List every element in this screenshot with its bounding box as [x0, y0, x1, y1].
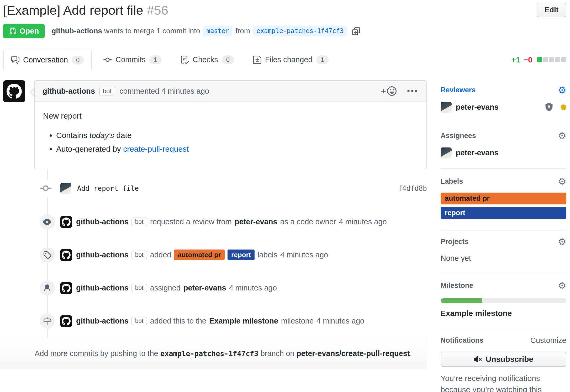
plus-icon: + [381, 86, 386, 96]
tab-commits-count: 1 [149, 55, 162, 64]
label-automated-pr[interactable]: automated pr [174, 250, 225, 260]
unsubscribe-button[interactable]: Unsubscribe [441, 352, 566, 367]
pr-timeline: Add report file f4dfd8b github-actions b… [3, 169, 427, 338]
bot-badge: bot [131, 317, 147, 325]
eye-icon [40, 214, 55, 230]
github-actions-avatar[interactable] [60, 315, 72, 327]
pr-number: #56 [147, 3, 168, 17]
event-author-link[interactable]: github-actions [76, 251, 129, 259]
milestone-heading[interactable]: Milestone ⚙ [441, 281, 566, 290]
gear-icon[interactable]: ⚙ [558, 86, 566, 95]
comment-bullet-2: Auto-generated by create-pull-request [56, 145, 418, 153]
checklist-icon [181, 56, 189, 64]
tab-conversation-count: 0 [72, 56, 84, 65]
tab-files-changed[interactable]: Files changed 1 [246, 50, 336, 70]
label-automated-pr[interactable]: automated pr [441, 193, 566, 204]
reviewers-heading[interactable]: Reviewers ⚙ [441, 86, 566, 95]
push-instructions: Add more commits by pushing to the examp… [0, 338, 427, 369]
tab-files-changed-label: Files changed [265, 55, 313, 64]
git-pull-request-icon [9, 27, 17, 35]
pr-tab-bar: Conversation 0 Commits 1 Checks 0 Files … [3, 50, 566, 70]
comment-timestamp[interactable]: 4 minutes ago [161, 87, 209, 96]
github-actions-avatar[interactable] [60, 282, 72, 294]
github-actions-avatar[interactable] [3, 80, 25, 102]
customize-link[interactable]: Customize [530, 336, 566, 345]
mute-icon [474, 355, 482, 363]
bot-badge: bot [131, 284, 147, 292]
assignee-row: peter-evans [441, 147, 566, 158]
pr-header: [Example] Add report file #56 Edit [3, 3, 566, 18]
assignee-name[interactable]: peter-evans [456, 149, 499, 157]
milestone-progress-fill [441, 298, 482, 303]
git-commit-icon [40, 180, 51, 197]
committer-avatar[interactable] [60, 183, 71, 194]
head-branch-name: example-patches-1f47cf3 [160, 349, 258, 358]
commit-sha-link[interactable]: f4dfd8b [398, 184, 427, 192]
bot-badge: bot [99, 87, 115, 96]
base-branch-label[interactable]: master [203, 26, 232, 36]
tag-icon [40, 247, 55, 263]
create-pull-request-link[interactable]: create-pull-request [123, 145, 189, 153]
git-commit-icon [103, 56, 112, 64]
commit-row: Add report file f4dfd8b [3, 171, 427, 205]
comment-action-text: commented [119, 87, 159, 96]
repo-name: peter-evans/create-pull-request [297, 349, 410, 358]
event-author-link[interactable]: github-actions [76, 284, 129, 292]
reviewer-avatar[interactable] [441, 102, 452, 113]
head-branch-label[interactable]: example-patches-1f47cf3 [253, 26, 347, 36]
reviewer-name[interactable]: peter-evans [456, 103, 499, 112]
comment-body: New report Contains today's date Auto-ge… [35, 102, 426, 169]
github-actions-avatar[interactable] [60, 249, 72, 261]
assignee-avatar[interactable] [441, 147, 452, 158]
copy-branch-icon[interactable] [352, 27, 361, 35]
tab-checks[interactable]: Checks 0 [173, 50, 241, 70]
tab-checks-label: Checks [193, 55, 218, 64]
label-report[interactable]: report [228, 250, 255, 260]
comment-author-link[interactable]: github-actions [43, 87, 95, 96]
notifications-section: Notifications Customize Unsubscribe You’… [441, 328, 566, 392]
projects-empty-text: None yet [441, 254, 566, 263]
timeline-event-milestoned: github-actions bot added this to the Exa… [3, 305, 427, 338]
labels-section: Labels ⚙ automated pr report [441, 169, 566, 229]
tab-commits[interactable]: Commits 1 [96, 50, 169, 70]
pr-page: [Example] Add report file #56 Edit Open … [0, 0, 570, 392]
comment-header: github-actions bot commented 4 minutes a… [35, 81, 426, 102]
notifications-heading: Notifications Customize [441, 336, 566, 345]
gear-icon[interactable]: ⚙ [558, 131, 566, 141]
milestone-name-link[interactable]: Example milestone [441, 309, 566, 318]
projects-section: Projects ⚙ None yet [441, 229, 566, 273]
labels-heading[interactable]: Labels ⚙ [441, 177, 566, 186]
label-report[interactable]: report [441, 207, 566, 219]
pending-review-dot [561, 104, 566, 110]
assignees-heading[interactable]: Assignees ⚙ [441, 131, 566, 141]
diffstat-deletions: −0 [524, 55, 532, 64]
event-author-link[interactable]: github-actions [76, 317, 129, 325]
diffstat-blocks [537, 57, 566, 62]
kebab-menu-button[interactable]: ••• [407, 87, 419, 96]
commit-message-link[interactable]: Add report file [77, 184, 139, 192]
projects-heading[interactable]: Projects ⚙ [441, 237, 566, 247]
pr-author-link[interactable]: github-actions [51, 27, 102, 35]
diffstat: +1 −0 [511, 55, 566, 64]
event-timestamp[interactable]: 4 minutes ago [229, 284, 277, 292]
diffstat-additions: +1 [511, 55, 520, 64]
github-actions-avatar[interactable] [60, 216, 72, 228]
milestone-progress-track [441, 298, 566, 303]
tab-conversation-label: Conversation [23, 56, 68, 64]
event-timestamp[interactable]: 4 minutes ago [339, 218, 387, 226]
tab-conversation[interactable]: Conversation 0 [3, 50, 92, 70]
event-timestamp[interactable]: 4 minutes ago [316, 317, 364, 325]
pr-title-text: [Example] Add report file [3, 3, 143, 17]
reviewer-link[interactable]: peter-evans [235, 218, 277, 226]
gear-icon[interactable]: ⚙ [558, 237, 566, 247]
event-author-link[interactable]: github-actions [76, 218, 129, 226]
merge-text: wants to merge 1 commit into [104, 27, 200, 35]
assignee-link[interactable]: peter-evans [183, 284, 226, 292]
pr-state-badge: Open [3, 24, 45, 38]
gear-icon[interactable]: ⚙ [558, 177, 566, 186]
gear-icon[interactable]: ⚙ [558, 281, 566, 290]
milestone-link[interactable]: Example milestone [209, 317, 278, 325]
edit-button[interactable]: Edit [537, 3, 566, 17]
event-timestamp[interactable]: 4 minutes ago [280, 251, 328, 259]
add-reaction-button[interactable]: + [381, 86, 397, 96]
